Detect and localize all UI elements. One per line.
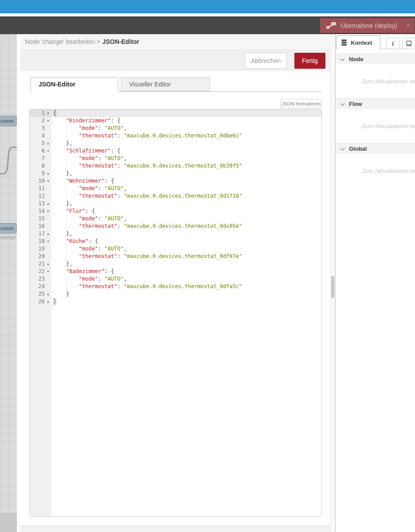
fold-widget-icon[interactable]: ▴ bbox=[45, 260, 51, 268]
json-code-editor[interactable]: 1▾2▾345▴6▾789▴10▾111213▴14▾151617▴18▾192… bbox=[29, 109, 322, 517]
json-punctuation: }, bbox=[66, 170, 72, 176]
gutter-line: 15 bbox=[30, 215, 51, 223]
fold-widget-icon[interactable]: ▾ bbox=[45, 117, 51, 125]
line-number: 25 bbox=[30, 290, 45, 298]
editor-line[interactable]: "thermostat": "maxcube.0.devices.thermos… bbox=[51, 253, 321, 260]
fold-spacer bbox=[45, 132, 51, 140]
line-number: 7 bbox=[30, 155, 45, 162]
editor-line[interactable]: "Schlafzimmer": { bbox=[51, 147, 321, 155]
editor-line[interactable]: "Wohnzimmer": { bbox=[51, 177, 321, 185]
gutter-line: 11 bbox=[30, 185, 51, 192]
fold-widget-icon[interactable]: ▴ bbox=[45, 140, 51, 147]
sidebar-tab-help[interactable] bbox=[402, 38, 415, 49]
editor-code-area[interactable]: { "Kinderzimmer": { "mode": "AUTO", "the… bbox=[51, 110, 321, 516]
editor-line[interactable]: } bbox=[51, 290, 321, 298]
line-number: 23 bbox=[30, 275, 45, 283]
fold-widget-icon[interactable]: ▾ bbox=[45, 238, 51, 245]
editor-line[interactable]: }, bbox=[51, 230, 321, 238]
fold-widget-icon[interactable]: ▾ bbox=[45, 177, 51, 185]
section-body: Zum Aktualisieren neu laden bbox=[336, 109, 415, 143]
editor-line[interactable]: "thermostat": "maxcube.0.devices.thermos… bbox=[51, 162, 321, 170]
gutter-line: 1▾ bbox=[30, 110, 51, 117]
section-title: Flow bbox=[349, 101, 362, 107]
tab-json-editor[interactable]: JSON-Editor bbox=[31, 77, 118, 92]
dialog-footer bbox=[20, 526, 330, 532]
line-number: 20 bbox=[30, 253, 45, 260]
cancel-button[interactable]: Abbrechen bbox=[245, 53, 287, 69]
fold-widget-icon[interactable]: ▴ bbox=[45, 290, 51, 298]
editor-line[interactable]: "thermostat": "maxcube.0.devices.thermos… bbox=[51, 283, 321, 290]
editor-line[interactable]: }, bbox=[51, 200, 321, 207]
editor-line[interactable]: { bbox=[51, 110, 321, 117]
dialog-scrollbar-track[interactable] bbox=[330, 34, 335, 532]
gutter-line: 8 bbox=[30, 162, 51, 170]
editor-line[interactable]: }, bbox=[51, 140, 321, 147]
deploy-button[interactable]: Übernahme (deploy) ▾ bbox=[320, 18, 415, 33]
sidebar-tab-context[interactable]: Kontext bbox=[336, 35, 380, 50]
json-key: "thermostat" bbox=[79, 253, 117, 259]
editor-line[interactable]: "thermostat": "maxcube.0.devices.thermos… bbox=[51, 132, 321, 140]
code-text: "Wohnzimmer": { bbox=[51, 177, 321, 185]
json-key: "mode" bbox=[79, 155, 98, 161]
editor-line[interactable]: "Kinderzimmer": { bbox=[51, 117, 321, 125]
editor-line[interactable]: "mode": "AUTO", bbox=[51, 125, 321, 132]
code-text: "thermostat": "maxcube.0.devices.thermos… bbox=[51, 162, 321, 170]
chevron-down-icon bbox=[341, 57, 345, 61]
flow-node[interactable]: comm bbox=[0, 116, 17, 126]
gutter-line: 2▾ bbox=[30, 117, 51, 125]
section-header-global[interactable]: Global bbox=[336, 143, 415, 154]
fold-widget-icon[interactable]: ▴ bbox=[45, 230, 51, 238]
json-string: "AUTO" bbox=[105, 276, 124, 282]
line-number: 19 bbox=[30, 245, 45, 253]
json-key: "thermostat" bbox=[79, 223, 117, 229]
editor-line[interactable]: "thermostat": "maxcube.0.devices.thermos… bbox=[51, 192, 321, 200]
indent-guide bbox=[66, 155, 67, 162]
code-text: "Flur": { bbox=[51, 207, 321, 215]
dialog-scrollbar-thumb[interactable] bbox=[331, 276, 334, 298]
flow-node[interactable]: comm bbox=[0, 223, 17, 234]
json-punctuation: : bbox=[98, 276, 104, 282]
code-text: }, bbox=[51, 200, 321, 207]
code-text: "thermostat": "maxcube.0.devices.thermos… bbox=[51, 253, 321, 260]
fold-widget-icon[interactable]: ▾ bbox=[45, 147, 51, 155]
code-text: "thermostat": "maxcube.0.devices.thermos… bbox=[51, 223, 321, 230]
code-text: "Kinderzimmer": { bbox=[51, 117, 321, 125]
format-json-button[interactable]: JSON formatieren bbox=[280, 99, 322, 108]
json-punctuation: } bbox=[66, 291, 69, 297]
editor-line[interactable]: }, bbox=[51, 260, 321, 268]
sidebar-tab-info[interactable]: i bbox=[386, 38, 399, 49]
line-number: 26 bbox=[30, 298, 45, 305]
fold-widget-icon[interactable]: ▾ bbox=[45, 268, 51, 275]
editor-line[interactable]: "Flur": { bbox=[51, 207, 321, 215]
code-text: }, bbox=[51, 230, 321, 238]
gutter-line: 14▾ bbox=[30, 207, 51, 215]
code-text: "mode": "AUTO", bbox=[51, 185, 321, 192]
json-string: "AUTO" bbox=[105, 185, 124, 192]
json-punctuation: : bbox=[98, 215, 104, 222]
section-header-node[interactable]: Node bbox=[336, 53, 415, 64]
editor-line[interactable]: "thermostat": "maxcube.0.devices.thermos… bbox=[51, 223, 321, 230]
json-punctuation: : bbox=[117, 283, 124, 289]
json-punctuation: : bbox=[117, 223, 124, 229]
section-title: Node bbox=[349, 56, 364, 63]
line-number: 6 bbox=[30, 147, 45, 155]
done-button[interactable]: Fertig bbox=[294, 53, 325, 69]
fold-widget-icon[interactable]: ▴ bbox=[45, 170, 51, 177]
fold-widget-icon[interactable]: ▴ bbox=[45, 298, 51, 305]
editor-line[interactable]: "mode": "AUTO", bbox=[51, 275, 321, 283]
tab-visual-editor[interactable]: Visueller Editor bbox=[121, 77, 210, 91]
fold-widget-icon[interactable]: ▾ bbox=[45, 110, 51, 117]
editor-line[interactable]: "mode": "AUTO", bbox=[51, 245, 321, 253]
editor-line[interactable]: }, bbox=[51, 170, 321, 177]
editor-line[interactable]: "mode": "AUTO", bbox=[51, 215, 321, 223]
gutter-line: 23 bbox=[30, 275, 51, 283]
editor-line[interactable]: } bbox=[51, 298, 321, 305]
fold-widget-icon[interactable]: ▴ bbox=[45, 200, 51, 207]
editor-line[interactable]: "Küche": { bbox=[51, 238, 321, 245]
editor-line[interactable]: "Badezimmer": { bbox=[51, 268, 321, 275]
section-header-flow[interactable]: Flow bbox=[336, 98, 415, 109]
gutter-line: 18▾ bbox=[30, 238, 51, 245]
editor-line[interactable]: "mode": "AUTO", bbox=[51, 185, 321, 192]
editor-line[interactable]: "mode": "AUTO", bbox=[51, 155, 321, 162]
fold-widget-icon[interactable]: ▾ bbox=[45, 207, 51, 215]
